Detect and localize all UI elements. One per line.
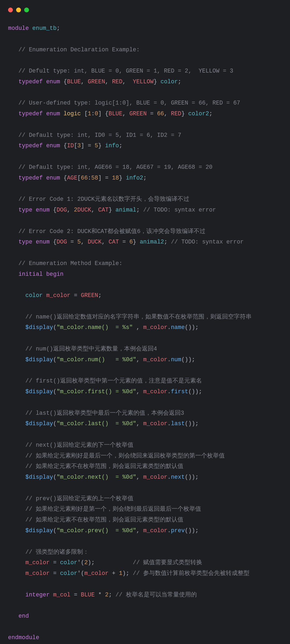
comment: // User-defined type: logic[1:0], BLUE =… xyxy=(19,100,240,106)
comment: // num()返回枚举类型中元素数量，本例会返回4 xyxy=(26,346,157,352)
comment: // first()返回枚举类型中第一个元素的值，注意是值不是元素名 xyxy=(26,378,202,384)
window-traffic-lights xyxy=(8,8,282,12)
comment: // name()返回给定数值对应的名字字符串，如果数值不在枚举范围，则返回空字… xyxy=(26,314,252,320)
maximize-icon[interactable] xyxy=(24,8,29,12)
code-editor: module enum_tb; // Enumeration Declarati… xyxy=(8,23,282,643)
comment: // 如果给定元素不在枚举范围，则会返回元素类型的默认值 xyxy=(26,463,184,470)
comment: // Enumeration Method Example: xyxy=(19,260,122,267)
comment: // Defult type: int, BLUE = 0, GREEN = 1… xyxy=(19,68,233,74)
comment: // 如果给定元素刚好是第一个，则会绕到最后返回最后一个枚举值 xyxy=(26,506,201,512)
comment: // 如果给定元素刚好是最后一个，则会绕回来返回枚举类型的第一个枚举值 xyxy=(26,453,225,459)
comment: // next()返回给定元素的下一个枚举值 xyxy=(26,442,133,448)
close-icon[interactable] xyxy=(8,8,13,12)
module-name: enum_tb xyxy=(32,25,56,31)
comment: // Error Code 2: DUCK和CAT都会被赋值6，该冲突会导致编译… xyxy=(19,228,206,235)
minimize-icon[interactable] xyxy=(16,8,21,12)
comment: // prev()返回给定元素的上一个枚举值 xyxy=(26,495,133,502)
comment: // Default type: int, AGE66 = 18, AGE67 … xyxy=(19,164,213,170)
comment: // 强类型的诸多限制： xyxy=(26,549,89,555)
comment: // 如果给定元素不在枚举范围，则会返回元素类型的默认值 xyxy=(26,517,184,523)
keyword: module xyxy=(8,25,29,31)
comment: // Enumeration Declaration Example: xyxy=(19,46,140,53)
comment: // last()返回枚举类型中最后一个元素的值，本例会返回3 xyxy=(26,410,184,416)
comment: // Default type: int, ID0 = 5, ID1 = 6, … xyxy=(19,132,181,138)
comment: // Error Code 1: 2DUCK元素名以数字开头，会导致编译不过 xyxy=(19,196,189,202)
